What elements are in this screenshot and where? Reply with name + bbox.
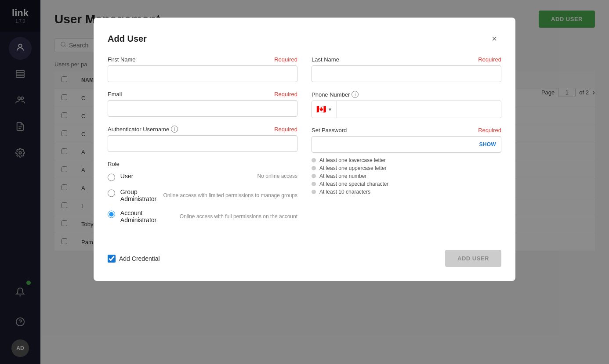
rule-dot-number (312, 174, 316, 178)
last-name-group: Last Name Required (312, 56, 501, 82)
role-desc-user: No online access (257, 173, 297, 179)
modal-header: Add User × (108, 32, 501, 46)
role-option-account-admin: AccountAdministrator Online access with … (108, 209, 297, 223)
rule-dot-special (312, 182, 316, 186)
email-label: Email (108, 91, 122, 97)
password-label: Set Password (312, 127, 347, 133)
password-rules: At least one lowercase letter At least o… (312, 157, 501, 195)
password-input-wrap: SHOW (312, 136, 501, 153)
role-desc-group-admin: Online access with limited permissions t… (163, 192, 297, 198)
role-desc-account-admin: Online access with full permissions on t… (180, 213, 297, 220)
first-name-label-row: First Name Required (108, 56, 297, 63)
show-password-button[interactable]: SHOW (479, 141, 496, 148)
role-name-user: User (120, 173, 134, 180)
rule-dot-lowercase (312, 158, 316, 162)
phone-number-input[interactable] (337, 101, 501, 118)
last-name-required: Required (478, 56, 501, 63)
email-group: Email Required (108, 91, 297, 117)
modal-add-user-button[interactable]: ADD USER (445, 250, 501, 267)
password-group: Set Password Required SHOW At least one … (312, 127, 501, 195)
role-option-group-admin-right: GroupAdministrator Online access with li… (120, 188, 297, 202)
add-user-modal: Add User × First Name Required Email (94, 18, 515, 281)
phone-info-icon[interactable]: i (352, 91, 359, 98)
phone-label: Phone Number i (312, 91, 359, 98)
modal-footer: Add Credential ADD USER (108, 243, 501, 267)
auth-username-info-icon[interactable]: i (171, 126, 178, 133)
modal-left-col: First Name Required Email Required (108, 56, 297, 232)
last-name-label-row: Last Name Required (312, 56, 501, 63)
modal-body: First Name Required Email Required (108, 56, 501, 232)
first-name-label: First Name (108, 56, 136, 63)
rule-lowercase: At least one lowercase letter (312, 157, 501, 163)
role-option-group-admin: GroupAdministrator Online access with li… (108, 188, 297, 202)
role-name-account-admin: AccountAdministrator (120, 209, 156, 223)
rule-special: At least one special character (312, 181, 501, 187)
modal-overlay: Add User × First Name Required Email (0, 0, 609, 364)
auth-username-required: Required (274, 126, 297, 133)
modal-right-col: Last Name Required Phone Number i (312, 56, 501, 232)
password-required: Required (478, 127, 501, 133)
role-radio-group-admin[interactable] (108, 189, 115, 197)
rule-number: At least one number (312, 173, 501, 179)
last-name-input[interactable] (312, 65, 501, 82)
first-name-required: Required (274, 56, 297, 63)
role-label: Role (108, 161, 297, 167)
first-name-input[interactable] (108, 65, 297, 82)
last-name-label: Last Name (312, 56, 339, 63)
auth-username-label-row: Authenticator Username i Required (108, 126, 297, 133)
rule-dot-uppercase (312, 166, 316, 170)
phone-group: Phone Number i 🇨🇦 ▼ (312, 91, 501, 118)
role-section: Role User No online access GroupAdmi (108, 161, 297, 223)
role-radio-account-admin[interactable] (108, 210, 115, 218)
first-name-group: First Name Required (108, 56, 297, 82)
canada-flag-icon: 🇨🇦 (316, 105, 326, 114)
rule-uppercase: At least one uppercase letter (312, 165, 501, 171)
password-input[interactable] (312, 136, 501, 153)
email-label-row: Email Required (108, 91, 297, 97)
add-credential-checkbox[interactable] (108, 255, 116, 263)
rule-length: At least 10 characters (312, 189, 501, 195)
role-option-user-right: User No online access (120, 173, 297, 180)
auth-username-group: Authenticator Username i Required (108, 126, 297, 152)
email-input[interactable] (108, 100, 297, 117)
rule-dot-length (312, 190, 316, 194)
email-required: Required (274, 91, 297, 97)
role-option-user: User No online access (108, 173, 297, 181)
chevron-down-icon: ▼ (328, 107, 332, 112)
add-credential-check: Add Credential (108, 255, 160, 263)
role-radio-user[interactable] (108, 173, 115, 181)
auth-username-label: Authenticator Username i (108, 126, 178, 133)
add-credential-label: Add Credential (119, 255, 160, 262)
role-name-group-admin: GroupAdministrator (120, 188, 156, 202)
phone-country-select[interactable]: 🇨🇦 ▼ (312, 101, 337, 118)
password-label-row: Set Password Required (312, 127, 501, 133)
auth-username-input[interactable] (108, 135, 297, 152)
role-option-account-admin-right: AccountAdministrator Online access with … (120, 209, 297, 223)
phone-input-wrap: 🇨🇦 ▼ (312, 101, 501, 118)
modal-title: Add User (108, 34, 147, 44)
phone-label-row: Phone Number i (312, 91, 501, 98)
modal-close-button[interactable]: × (487, 32, 501, 46)
